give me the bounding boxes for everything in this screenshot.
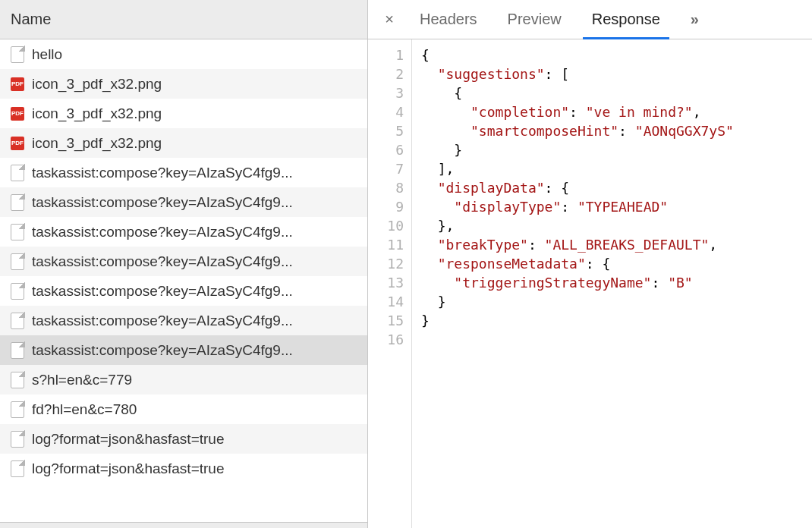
request-row-label: taskassist:compose?key=AIzaSyC4fg9... [32, 224, 293, 240]
tab-headers[interactable]: Headers [404, 0, 493, 39]
line-number: 1 [368, 46, 404, 64]
request-row[interactable]: taskassist:compose?key=AIzaSyC4fg9... [0, 187, 367, 217]
line-number: 15 [368, 311, 404, 330]
request-row[interactable]: taskassist:compose?key=AIzaSyC4fg9... [0, 217, 367, 247]
request-row-label: taskassist:compose?key=AIzaSyC4fg9... [32, 253, 293, 270]
pdf-icon: PDF [11, 137, 24, 150]
more-tabs-button[interactable]: » [675, 0, 716, 39]
request-row[interactable]: fd?hl=en&c=780 [0, 394, 367, 424]
document-icon [11, 313, 24, 329]
line-number: 14 [368, 292, 404, 311]
document-icon [11, 283, 24, 300]
line-number: 11 [368, 235, 404, 254]
request-row-label: icon_3_pdf_x32.png [32, 105, 162, 122]
document-icon [11, 460, 24, 477]
request-row-label: icon_3_pdf_x32.png [32, 135, 162, 152]
tab-preview[interactable]: Preview [493, 0, 577, 39]
line-number: 12 [368, 254, 404, 273]
list-bottom-separator [0, 522, 367, 528]
request-row-label: hello [32, 46, 62, 63]
request-row-label: log?format=json&hasfast=true [32, 431, 225, 448]
document-icon [11, 372, 24, 388]
line-number: 6 [368, 140, 404, 159]
request-list: helloPDFicon_3_pdf_x32.pngPDFicon_3_pdf_… [0, 39, 367, 522]
request-row[interactable]: s?hl=en&c=779 [0, 365, 367, 394]
close-icon[interactable]: × [374, 0, 404, 39]
response-panel: × HeadersPreviewResponse » 1234567891011… [368, 0, 812, 528]
request-row[interactable]: PDFicon_3_pdf_x32.png [0, 99, 367, 128]
document-icon [11, 165, 24, 181]
network-request-list-panel: Name helloPDFicon_3_pdf_x32.pngPDFicon_3… [0, 0, 368, 528]
document-icon [11, 224, 24, 240]
document-icon [11, 401, 24, 418]
line-number: 5 [368, 121, 404, 140]
request-row[interactable]: log?format=json&hasfast=true [0, 424, 367, 454]
request-row[interactable]: hello [0, 39, 367, 69]
pdf-icon: PDF [11, 77, 24, 91]
request-row-label: log?format=json&hasfast=true [32, 460, 225, 477]
request-row-label: fd?hl=en&c=780 [32, 401, 137, 418]
pdf-icon: PDF [11, 107, 24, 121]
document-icon [11, 253, 24, 270]
document-icon [11, 431, 24, 448]
line-number: 2 [368, 64, 404, 83]
line-number-gutter: 12345678910111213141516 [368, 39, 412, 528]
request-row[interactable]: taskassist:compose?key=AIzaSyC4fg9... [0, 158, 367, 187]
request-row-label: taskassist:compose?key=AIzaSyC4fg9... [32, 194, 293, 211]
line-number: 9 [368, 197, 404, 216]
request-row[interactable]: taskassist:compose?key=AIzaSyC4fg9... [0, 247, 367, 276]
request-row-label: taskassist:compose?key=AIzaSyC4fg9... [32, 313, 293, 329]
line-number: 3 [368, 83, 404, 102]
line-number: 4 [368, 102, 404, 121]
line-number: 13 [368, 273, 404, 292]
request-row[interactable]: taskassist:compose?key=AIzaSyC4fg9... [0, 306, 367, 335]
document-icon [11, 46, 24, 63]
name-column-header[interactable]: Name [0, 0, 367, 39]
response-body: 12345678910111213141516 { "suggestions":… [368, 39, 812, 528]
request-row[interactable]: taskassist:compose?key=AIzaSyC4fg9... [0, 276, 367, 306]
document-icon [11, 342, 24, 359]
response-tab-bar: × HeadersPreviewResponse » [368, 0, 812, 39]
close-glyph: × [385, 11, 394, 28]
line-number: 7 [368, 159, 404, 178]
request-row-label: taskassist:compose?key=AIzaSyC4fg9... [32, 342, 293, 359]
line-number: 10 [368, 216, 404, 235]
document-icon [11, 194, 24, 211]
tab-response[interactable]: Response [577, 0, 675, 39]
name-column-header-label: Name [11, 11, 51, 28]
line-number: 16 [368, 330, 404, 349]
request-row[interactable]: taskassist:compose?key=AIzaSyC4fg9... [0, 335, 367, 365]
request-row[interactable]: log?format=json&hasfast=true [0, 454, 367, 483]
response-json[interactable]: { "suggestions": [ { "completion": "ve i… [412, 39, 812, 528]
request-row-label: taskassist:compose?key=AIzaSyC4fg9... [32, 165, 293, 181]
request-row-label: taskassist:compose?key=AIzaSyC4fg9... [32, 283, 293, 300]
request-row-label: icon_3_pdf_x32.png [32, 76, 162, 93]
request-row[interactable]: PDFicon_3_pdf_x32.png [0, 128, 367, 158]
request-row-label: s?hl=en&c=779 [32, 372, 132, 388]
chevron-right-icon: » [691, 11, 700, 28]
line-number: 8 [368, 178, 404, 197]
request-row[interactable]: PDFicon_3_pdf_x32.png [0, 69, 367, 99]
